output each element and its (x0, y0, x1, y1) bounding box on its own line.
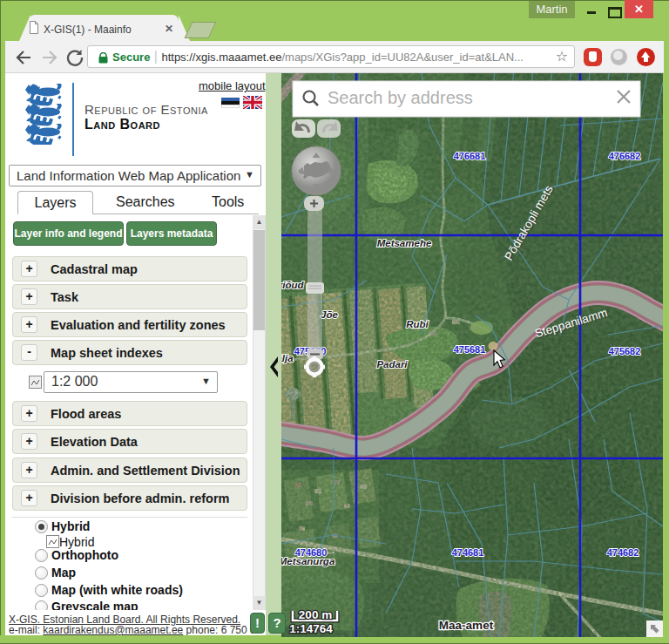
svg-text:475681: 475681 (454, 344, 486, 355)
svg-text:474681: 474681 (452, 547, 484, 558)
svg-text:Padari: Padari (376, 359, 408, 369)
svg-text:Maa-amet: Maa-amet (439, 619, 494, 632)
svg-text:1:14764: 1:14764 (289, 622, 333, 635)
svg-text:Jõe: Jõe (321, 309, 338, 320)
svg-text:475682: 475682 (609, 346, 641, 356)
svg-text:476682: 476682 (609, 151, 641, 161)
svg-text:200 m: 200 m (299, 608, 332, 621)
svg-text:ariõud: ariõud (281, 280, 305, 290)
svg-text:Metsanurga: Metsanurga (281, 556, 335, 566)
svg-text:476681: 476681 (454, 151, 486, 161)
svg-text:Metsamehe: Metsamehe (377, 238, 432, 248)
svg-text:Rubi: Rubi (406, 319, 429, 329)
svg-text:Search by address: Search by address (328, 88, 473, 107)
svg-text:älja: älja (281, 353, 294, 363)
svg-text:474682: 474682 (607, 547, 639, 558)
